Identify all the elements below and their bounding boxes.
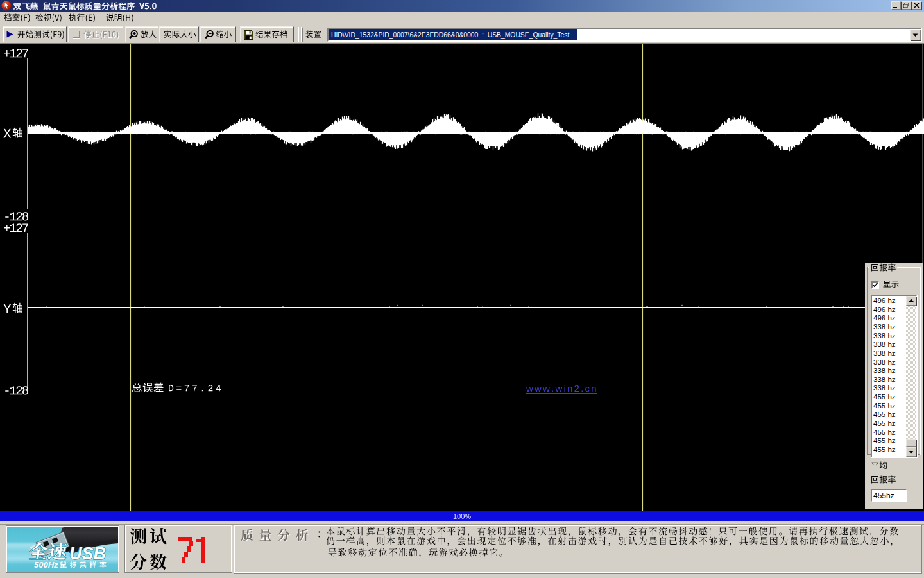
svg-text:USB: USB: [69, 544, 106, 563]
svg-text:500Hz: 500Hz: [34, 561, 58, 570]
